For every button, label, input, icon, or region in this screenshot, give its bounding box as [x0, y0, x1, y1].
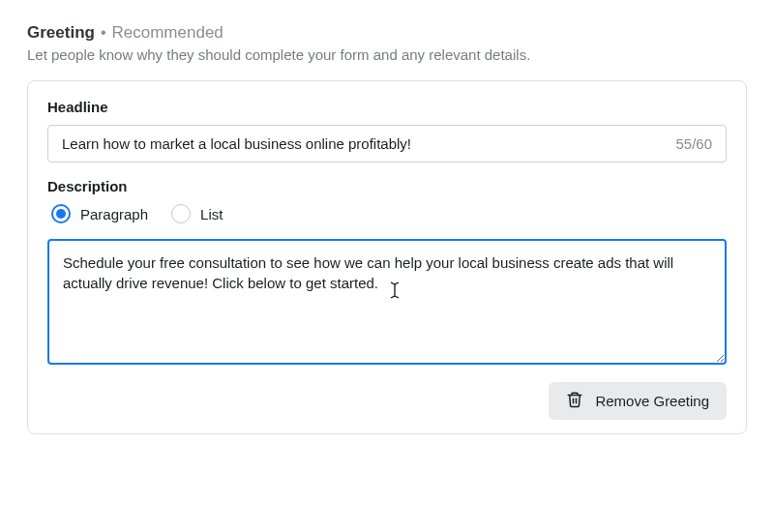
description-type-radio-group: Paragraph List [51, 204, 727, 223]
char-count: 55/60 [675, 135, 712, 152]
recommended-label: Recommended [112, 23, 223, 43]
radio-paragraph-label: Paragraph [80, 206, 148, 222]
trash-icon [566, 391, 583, 411]
headline-label: Headline [47, 99, 727, 115]
headline-input[interactable] [62, 135, 675, 152]
card-footer: Remove Greeting [47, 382, 727, 420]
radio-dot-icon [56, 209, 66, 219]
section-subtext: Let people know why they should complete… [27, 46, 747, 63]
section-title: Greeting [27, 23, 95, 43]
radio-circle-icon [51, 204, 71, 223]
radio-list[interactable]: List [171, 204, 223, 223]
description-textarea[interactable] [47, 239, 727, 365]
radio-list-label: List [200, 206, 223, 222]
remove-greeting-button[interactable]: Remove Greeting [549, 382, 727, 420]
section-header: Greeting • Recommended [27, 23, 747, 43]
description-label: Description [47, 178, 727, 194]
greeting-card: Headline 55/60 Description Paragraph Lis… [27, 80, 747, 434]
remove-greeting-label: Remove Greeting [595, 393, 709, 409]
radio-paragraph[interactable]: Paragraph [51, 204, 148, 223]
headline-input-container[interactable]: 55/60 [47, 125, 727, 163]
separator-dot: • [101, 24, 106, 42]
radio-circle-icon [171, 204, 191, 223]
